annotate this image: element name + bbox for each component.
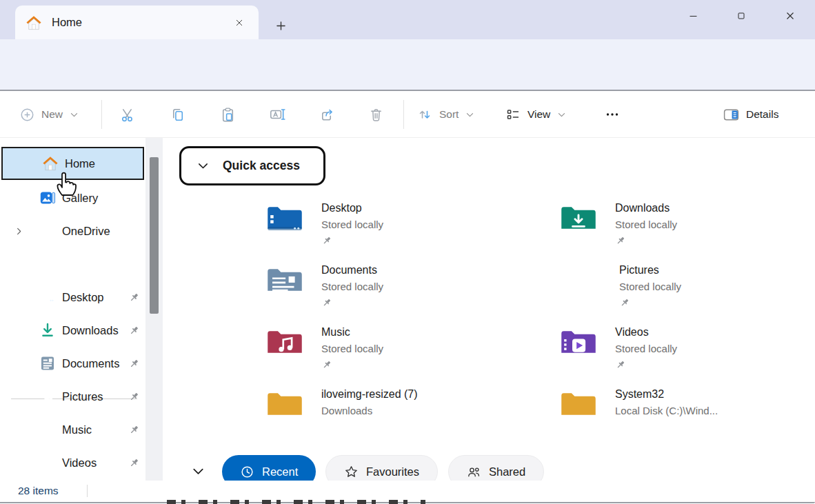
item-count: 28 items bbox=[18, 481, 59, 501]
sidebar-item-onedrive[interactable]: OneDrive bbox=[0, 214, 145, 248]
tile-detail: Local Disk (C:)\Wind... bbox=[615, 403, 718, 419]
details-pane-icon bbox=[723, 106, 740, 123]
sidebar-item-label: Desktop bbox=[62, 291, 104, 304]
people-icon bbox=[467, 465, 481, 479]
scrollbar-thumb[interactable] bbox=[150, 157, 159, 314]
sidebar-item-label: OneDrive bbox=[62, 225, 110, 238]
chevron-down-icon[interactable] bbox=[190, 463, 206, 479]
documents-icon bbox=[39, 355, 56, 372]
videos-icon bbox=[39, 454, 56, 471]
tile-name: Music bbox=[321, 324, 383, 341]
tile-videos[interactable]: Videos Stored locally bbox=[560, 324, 815, 372]
minimize-button[interactable] bbox=[677, 4, 709, 28]
copy-icon bbox=[169, 106, 186, 123]
pin-icon bbox=[615, 235, 626, 246]
details-button[interactable]: Details bbox=[723, 91, 778, 138]
tile-iloveimg-resized[interactable]: iloveimg-resized (7) Downloads bbox=[266, 386, 542, 434]
quick-access-header[interactable]: Quick access bbox=[179, 146, 325, 185]
pictures-icon bbox=[39, 388, 56, 405]
desktop-folder-icon bbox=[266, 201, 303, 234]
tile-name: Downloads bbox=[615, 200, 677, 216]
tile-name: Pictures bbox=[619, 262, 681, 279]
paste-button[interactable] bbox=[214, 101, 241, 128]
sidebar-item-documents[interactable]: Documents bbox=[0, 347, 145, 380]
sort-button[interactable]: Sort bbox=[416, 91, 475, 138]
pin-icon bbox=[321, 359, 332, 370]
pin-icon bbox=[321, 235, 332, 246]
tile-name: System32 bbox=[615, 386, 718, 403]
pin-icon bbox=[321, 297, 332, 308]
details-label: Details bbox=[746, 108, 778, 121]
tile-detail: Stored locally bbox=[619, 279, 681, 295]
file-explorer-window: Home Home New bbox=[0, 0, 815, 504]
tile-desktop[interactable]: Desktop Stored locally bbox=[266, 200, 542, 248]
statusbar-divider bbox=[87, 485, 88, 497]
hand-cursor-icon bbox=[54, 168, 79, 197]
cut-button[interactable] bbox=[114, 101, 141, 128]
plus-circle-icon bbox=[19, 107, 35, 123]
sort-arrows-icon bbox=[416, 106, 433, 123]
sidebar-item-desktop[interactable]: Desktop bbox=[0, 281, 145, 314]
sort-label: Sort bbox=[439, 108, 459, 121]
rename-icon bbox=[268, 105, 286, 123]
pill-label: Shared bbox=[489, 465, 525, 478]
music-icon bbox=[39, 421, 56, 438]
chevron-down-icon bbox=[69, 110, 79, 120]
ellipsis-icon bbox=[604, 106, 621, 123]
pin-icon bbox=[128, 292, 140, 303]
sidebar-item-videos[interactable]: Videos bbox=[0, 446, 145, 479]
chevron-right-icon[interactable] bbox=[14, 226, 24, 236]
tab-bar: Home bbox=[0, 0, 815, 39]
pill-label: Recent bbox=[262, 465, 298, 478]
share-button[interactable] bbox=[312, 101, 340, 128]
toolbar-divider bbox=[101, 100, 102, 129]
videos-folder-icon bbox=[560, 325, 597, 359]
new-label: New bbox=[41, 108, 63, 121]
tile-downloads[interactable]: Downloads Stored locally bbox=[560, 200, 815, 248]
more-options-button[interactable] bbox=[598, 101, 626, 128]
pictures-icon bbox=[560, 263, 597, 296]
delete-button[interactable] bbox=[362, 101, 390, 128]
tile-name: Documents bbox=[321, 262, 383, 279]
downloads-icon bbox=[39, 322, 56, 339]
tile-music[interactable]: Music Stored locally bbox=[266, 324, 542, 372]
pin-icon bbox=[128, 325, 140, 336]
view-list-icon bbox=[505, 106, 521, 123]
sidebar-item-label: Videos bbox=[62, 456, 97, 470]
tab-home[interactable]: Home bbox=[15, 6, 259, 39]
maximize-button[interactable] bbox=[725, 4, 757, 28]
tile-detail: Stored locally bbox=[615, 216, 677, 233]
close-tab-icon[interactable] bbox=[231, 14, 248, 31]
close-window-button[interactable] bbox=[774, 4, 806, 28]
quick-access-label: Quick access bbox=[223, 159, 300, 173]
copy-button[interactable] bbox=[163, 101, 191, 128]
sidebar-item-downloads[interactable]: Downloads bbox=[0, 314, 145, 347]
tile-pictures[interactable]: Pictures Stored locally bbox=[560, 262, 815, 310]
documents-folder-icon bbox=[266, 263, 303, 296]
tile-documents[interactable]: Documents Stored locally bbox=[266, 262, 542, 310]
sidebar-item-music[interactable]: Music bbox=[0, 413, 145, 446]
chevron-down-icon[interactable] bbox=[196, 159, 210, 173]
clipped-content-fragments bbox=[167, 500, 425, 504]
sidebar-scrollbar[interactable] bbox=[145, 138, 163, 481]
view-label: View bbox=[527, 108, 550, 121]
tile-detail: Stored locally bbox=[615, 341, 677, 357]
tile-detail: Downloads bbox=[321, 403, 418, 419]
yellow-folder-icon bbox=[266, 387, 303, 421]
yellow-folder-icon bbox=[560, 387, 597, 421]
new-button[interactable]: New bbox=[19, 91, 79, 138]
new-tab-button[interactable] bbox=[272, 17, 290, 34]
tile-name: iloveimg-resized (7) bbox=[321, 386, 418, 403]
tile-detail: Stored locally bbox=[321, 279, 383, 295]
tile-system32[interactable]: System32 Local Disk (C:)\Wind... bbox=[560, 386, 815, 434]
chevron-down-icon bbox=[556, 110, 567, 120]
sidebar-item-pictures[interactable]: Pictures bbox=[0, 380, 145, 413]
star-icon bbox=[344, 465, 359, 479]
pin-icon bbox=[128, 457, 140, 469]
chevron-down-icon bbox=[465, 110, 475, 120]
command-toolbar: New Sort View Details bbox=[0, 91, 815, 138]
view-button[interactable]: View bbox=[505, 91, 567, 138]
pin-icon bbox=[619, 297, 630, 308]
clipboard-icon bbox=[219, 106, 237, 123]
rename-button[interactable] bbox=[263, 101, 291, 128]
